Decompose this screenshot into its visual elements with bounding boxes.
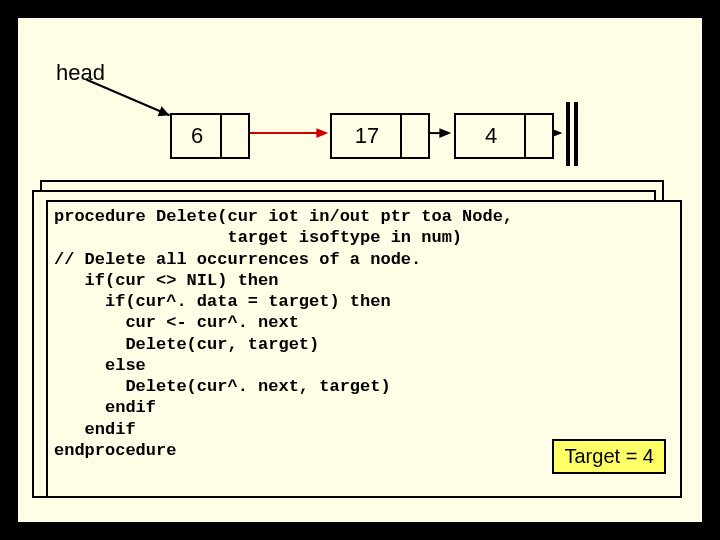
code-box: procedure Delete(cur iot in/out ptr toa … (46, 200, 682, 498)
list-node-1: 6 (170, 113, 250, 159)
target-badge: Target = 4 (552, 439, 666, 474)
diagram-frame: head 6 17 4 procedure Delete(cur iot in/… (14, 14, 706, 526)
node-pointer-box (220, 115, 248, 157)
head-label: head (56, 60, 105, 86)
node-value: 4 (456, 115, 526, 157)
node-value: 6 (172, 115, 222, 157)
nil-terminator-bar (566, 102, 570, 166)
nil-terminator-bar (574, 102, 578, 166)
node-pointer-box (524, 115, 552, 157)
node-pointer-box (400, 115, 428, 157)
list-node-3: 4 (454, 113, 554, 159)
node-value: 17 (332, 115, 402, 157)
svg-marker-5 (439, 128, 451, 138)
list-node-2: 17 (330, 113, 430, 159)
svg-marker-3 (316, 128, 328, 138)
svg-marker-1 (158, 106, 170, 116)
code-text: procedure Delete(cur iot in/out ptr toa … (48, 202, 680, 465)
